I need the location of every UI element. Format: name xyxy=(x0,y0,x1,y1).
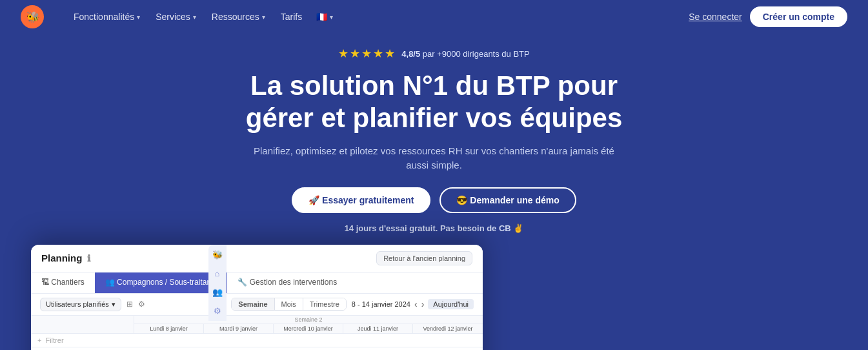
settings-icon[interactable]: ⚙ xyxy=(138,300,145,309)
prev-arrow-icon[interactable]: ‹ xyxy=(414,299,418,309)
tab-interventions[interactable]: 🔧 Gestion des interventions xyxy=(227,273,347,293)
nav-links: Fonctionnalités ▾ Services ▾ Ressources … xyxy=(67,8,689,26)
tab-compagnons[interactable]: 👥 Compagnons / Sous-traitants xyxy=(95,273,228,293)
chevron-down-icon: ▾ xyxy=(137,14,140,21)
signup-button[interactable]: Créer un compte xyxy=(750,6,847,27)
next-arrow-icon[interactable]: › xyxy=(421,299,425,309)
date-range-text: 8 - 14 janvier 2024 xyxy=(352,300,410,308)
logo[interactable]: 🐝 xyxy=(21,5,44,28)
filter-label: Utilisateurs planifiés xyxy=(46,300,109,308)
day-fri: Vendredi 12 janvier xyxy=(413,324,483,333)
view-month[interactable]: Mois xyxy=(275,298,303,310)
days-row: Lundi 8 janvier Mardi 9 janvier Mercredi… xyxy=(134,324,483,333)
svg-text:🐝: 🐝 xyxy=(26,10,40,24)
hero-note: 14 jours d'essai gratuit. Pas besoin de … xyxy=(345,223,524,233)
navbar: 🐝 Fonctionnalités ▾ Services ▾ Ressource… xyxy=(0,0,868,34)
tab-chantiers[interactable]: 🏗 Chantiers xyxy=(31,273,95,293)
toolbar-right: Semaine Mois Trimestre 8 - 14 janvier 20… xyxy=(231,298,474,311)
app-tabs: 🏗 Chantiers 👥 Compagnons / Sous-traitant… xyxy=(31,273,483,294)
app-header: Planning ℹ Retour à l'ancien planning xyxy=(31,245,483,273)
grid-days-header: Semaine 2 Lundi 8 janvier Mardi 9 janvie… xyxy=(134,316,483,333)
stars-icon: ★★★★★ xyxy=(338,46,396,61)
compagnons-tab-label: 👥 Compagnons / Sous-traitants xyxy=(105,278,217,287)
chevron-down-icon: ▾ xyxy=(330,14,333,21)
day-thu: Jeudi 11 janvier xyxy=(343,324,413,333)
add-icon[interactable]: + xyxy=(37,336,41,344)
filter-select[interactable]: Utilisateurs planifiés ▾ xyxy=(40,298,121,311)
sidebar-gear-icon: ⚙ xyxy=(214,306,221,316)
nav-language[interactable]: 🇫🇷 ▾ xyxy=(311,8,338,26)
hero-section: ★★★★★ 4,8/5 par +9000 dirigeants du BTP … xyxy=(0,34,868,350)
demo-button[interactable]: 😎 Demander une démo xyxy=(439,187,576,213)
nav-services[interactable]: Services ▾ xyxy=(149,8,203,26)
day-mon: Lundi 8 janvier xyxy=(134,324,204,333)
chevron-down-icon: ▾ xyxy=(193,14,196,21)
flag-icon: 🇫🇷 xyxy=(316,12,327,22)
back-button[interactable]: Retour à l'ancien planning xyxy=(376,251,472,265)
day-tue: Mardi 9 janvier xyxy=(204,324,274,333)
interventions-tab-label: 🔧 Gestion des interventions xyxy=(237,278,337,287)
nav-tarifs[interactable]: Tarifs xyxy=(274,8,308,26)
chantiers-tab-label: 🏗 Chantiers xyxy=(41,278,85,287)
week-label: Semaine 2 xyxy=(134,316,483,324)
toolbar-left: Utilisateurs planifiés ▾ ⊞ ⚙ xyxy=(40,298,145,311)
view-trimester[interactable]: Trimestre xyxy=(303,298,346,310)
app-toolbar: Utilisateurs planifiés ▾ ⊞ ⚙ Semaine Moi… xyxy=(31,294,483,316)
grid-name-header xyxy=(31,316,134,333)
planning-title: Planning xyxy=(41,252,82,263)
filter-row: + Filtrer xyxy=(31,334,483,347)
view-tabs: Semaine Mois Trimestre xyxy=(231,298,347,311)
sidebar-people-icon: 👥 xyxy=(212,287,223,297)
nav-fonctionnalites[interactable]: Fonctionnalités ▾ xyxy=(67,8,146,26)
try-button[interactable]: 🚀 Essayer gratuitement xyxy=(292,187,430,213)
today-button[interactable]: Aujourd'hui xyxy=(428,299,474,309)
login-button[interactable]: Se connecter xyxy=(689,12,742,22)
day-wed: Mercredi 10 janvier xyxy=(274,324,343,333)
select-arrow-icon: ▾ xyxy=(112,300,116,309)
sidebar-home-icon: ⌂ xyxy=(215,269,220,278)
rating-row: ★★★★★ 4,8/5 par +9000 dirigeants du BTP xyxy=(338,46,529,61)
chevron-down-icon: ▾ xyxy=(262,14,265,21)
date-nav: 8 - 14 janvier 2024 ‹ › Aujourd'hui xyxy=(352,299,474,309)
app-sidebar: 🐝 ⌂ 👥 ⚙ xyxy=(208,245,227,321)
app-title-row: Planning ℹ xyxy=(41,252,90,263)
filter-icon[interactable]: ⊞ xyxy=(126,300,133,309)
app-preview-container: 🐝 ⌂ 👥 ⚙ Planning ℹ Retour à l'ancien pla… xyxy=(13,245,855,350)
hero-subtitle: Planifiez, optimisez et pilotez vos ress… xyxy=(254,144,615,173)
filter-placeholder: Filtrer xyxy=(45,336,63,344)
rating-text: 4,8/5 par +9000 dirigeants du BTP xyxy=(401,49,529,59)
info-icon: ℹ xyxy=(87,253,90,263)
nav-ressources[interactable]: Ressources ▾ xyxy=(205,8,272,26)
group-row: ▾ Employés xyxy=(31,347,483,350)
hero-title: La solution N°1 du BTP pour gérer et pla… xyxy=(246,70,623,135)
view-week[interactable]: Semaine xyxy=(232,298,274,310)
grid-header: Semaine 2 Lundi 8 janvier Mardi 9 janvie… xyxy=(31,316,483,334)
hero-cta: 🚀 Essayer gratuitement 😎 Demander une dé… xyxy=(292,187,576,213)
sidebar-bee-icon: 🐝 xyxy=(212,250,223,260)
app-window: Planning ℹ Retour à l'ancien planning 🏗 … xyxy=(31,245,483,350)
nav-right: Se connecter Créer un compte xyxy=(689,6,847,27)
